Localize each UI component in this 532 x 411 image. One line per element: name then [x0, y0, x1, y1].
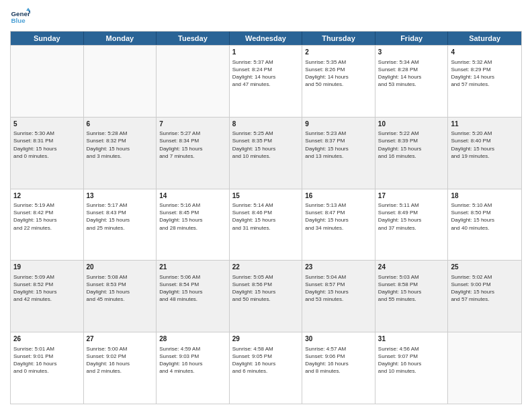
day-number: 11: [451, 120, 519, 129]
day-number: 22: [232, 263, 300, 272]
day-header-thursday: Thursday: [302, 32, 375, 45]
calendar-cell: 4Sunrise: 5:32 AM Sunset: 8:29 PM Daylig…: [448, 46, 521, 117]
header: General Blue: [10, 7, 522, 27]
calendar-cell: 1Sunrise: 5:37 AM Sunset: 8:24 PM Daylig…: [230, 46, 303, 117]
calendar-cell: 5Sunrise: 5:30 AM Sunset: 8:31 PM Daylig…: [11, 118, 84, 189]
day-header-tuesday: Tuesday: [157, 32, 230, 45]
calendar-cell: 28Sunrise: 4:59 AM Sunset: 9:03 PM Dayli…: [157, 332, 230, 404]
day-number: 14: [159, 191, 226, 201]
svg-text:General: General: [11, 10, 31, 17]
calendar-cell: 26Sunrise: 5:01 AM Sunset: 9:01 PM Dayli…: [11, 332, 84, 404]
day-content: Sunrise: 5:00 AM Sunset: 9:02 PM Dayligh…: [87, 345, 154, 375]
day-number: 27: [87, 334, 154, 344]
day-content: Sunrise: 5:01 AM Sunset: 9:01 PM Dayligh…: [13, 345, 81, 375]
day-content: Sunrise: 5:30 AM Sunset: 8:31 PM Dayligh…: [13, 130, 81, 160]
day-content: Sunrise: 5:13 AM Sunset: 8:47 PM Dayligh…: [305, 201, 372, 232]
day-header-monday: Monday: [84, 32, 157, 45]
calendar-cell: 22Sunrise: 5:05 AM Sunset: 8:56 PM Dayli…: [230, 261, 303, 332]
calendar-cell: 9Sunrise: 5:23 AM Sunset: 8:37 PM Daylig…: [302, 118, 375, 189]
calendar-cell: 11Sunrise: 5:20 AM Sunset: 8:40 PM Dayli…: [448, 118, 521, 189]
calendar-week-4: 19Sunrise: 5:09 AM Sunset: 8:52 PM Dayli…: [11, 260, 521, 332]
calendar-cell: 7Sunrise: 5:27 AM Sunset: 8:34 PM Daylig…: [157, 118, 230, 189]
day-number: 17: [378, 191, 445, 201]
calendar-header: SundayMondayTuesdayWednesdayThursdayFrid…: [11, 32, 521, 45]
calendar-cell: 15Sunrise: 5:14 AM Sunset: 8:46 PM Dayli…: [230, 189, 303, 261]
calendar-week-3: 12Sunrise: 5:19 AM Sunset: 8:42 PM Dayli…: [11, 189, 521, 261]
day-number: 6: [87, 120, 154, 129]
calendar-cell: 13Sunrise: 5:17 AM Sunset: 8:43 PM Dayli…: [84, 189, 157, 261]
day-header-friday: Friday: [375, 32, 449, 45]
day-content: Sunrise: 4:57 AM Sunset: 9:06 PM Dayligh…: [305, 345, 372, 375]
day-header-wednesday: Wednesday: [230, 32, 303, 45]
day-number: 3: [378, 48, 445, 57]
calendar-cell: [11, 46, 84, 117]
calendar-cell: 3Sunrise: 5:34 AM Sunset: 8:28 PM Daylig…: [375, 46, 449, 117]
day-content: Sunrise: 5:09 AM Sunset: 8:52 PM Dayligh…: [13, 273, 81, 304]
day-number: 28: [159, 334, 226, 344]
day-content: Sunrise: 5:27 AM Sunset: 8:34 PM Dayligh…: [159, 130, 226, 160]
calendar-cell: 18Sunrise: 5:10 AM Sunset: 8:50 PM Dayli…: [448, 189, 521, 261]
calendar-cell: 21Sunrise: 5:06 AM Sunset: 8:54 PM Dayli…: [157, 261, 230, 332]
calendar-cell: [448, 332, 521, 404]
calendar-cell: 27Sunrise: 5:00 AM Sunset: 9:02 PM Dayli…: [84, 332, 157, 404]
day-number: 23: [305, 263, 372, 272]
calendar-cell: 6Sunrise: 5:28 AM Sunset: 8:32 PM Daylig…: [84, 118, 157, 189]
day-content: Sunrise: 5:19 AM Sunset: 8:42 PM Dayligh…: [13, 201, 81, 232]
day-content: Sunrise: 5:03 AM Sunset: 8:58 PM Dayligh…: [378, 273, 445, 304]
day-number: 12: [13, 191, 81, 201]
day-content: Sunrise: 5:35 AM Sunset: 8:26 PM Dayligh…: [305, 58, 372, 89]
day-content: Sunrise: 4:58 AM Sunset: 9:05 PM Dayligh…: [232, 345, 300, 375]
calendar-cell: 24Sunrise: 5:03 AM Sunset: 8:58 PM Dayli…: [375, 261, 449, 332]
calendar-cell: [157, 46, 230, 117]
day-content: Sunrise: 5:05 AM Sunset: 8:56 PM Dayligh…: [232, 273, 300, 304]
calendar-week-5: 26Sunrise: 5:01 AM Sunset: 9:01 PM Dayli…: [11, 332, 521, 404]
calendar-cell: 29Sunrise: 4:58 AM Sunset: 9:05 PM Dayli…: [230, 332, 303, 404]
day-header-saturday: Saturday: [448, 32, 521, 45]
day-content: Sunrise: 5:25 AM Sunset: 8:35 PM Dayligh…: [232, 130, 300, 160]
calendar-cell: 2Sunrise: 5:35 AM Sunset: 8:26 PM Daylig…: [302, 46, 375, 117]
day-number: 7: [159, 120, 226, 129]
calendar-week-1: 1Sunrise: 5:37 AM Sunset: 8:24 PM Daylig…: [11, 45, 521, 117]
day-content: Sunrise: 5:17 AM Sunset: 8:43 PM Dayligh…: [87, 201, 154, 232]
day-content: Sunrise: 5:11 AM Sunset: 8:49 PM Dayligh…: [378, 201, 445, 232]
day-number: 2: [305, 48, 372, 57]
day-number: 21: [159, 263, 226, 272]
logo-icon: General Blue: [10, 7, 30, 27]
day-number: 20: [87, 263, 154, 272]
day-content: Sunrise: 5:06 AM Sunset: 8:54 PM Dayligh…: [159, 273, 226, 304]
day-content: Sunrise: 5:04 AM Sunset: 8:57 PM Dayligh…: [305, 273, 372, 304]
day-number: 29: [232, 334, 300, 344]
calendar-cell: 17Sunrise: 5:11 AM Sunset: 8:49 PM Dayli…: [375, 189, 449, 261]
day-number: 4: [451, 48, 519, 57]
day-number: 15: [232, 191, 300, 201]
day-content: Sunrise: 5:16 AM Sunset: 8:45 PM Dayligh…: [159, 201, 226, 232]
day-content: Sunrise: 5:28 AM Sunset: 8:32 PM Dayligh…: [87, 130, 154, 160]
calendar-cell: 16Sunrise: 5:13 AM Sunset: 8:47 PM Dayli…: [302, 189, 375, 261]
day-number: 24: [378, 263, 445, 272]
day-number: 26: [13, 334, 81, 344]
day-number: 19: [13, 263, 81, 272]
calendar-week-2: 5Sunrise: 5:30 AM Sunset: 8:31 PM Daylig…: [11, 117, 521, 189]
day-content: Sunrise: 5:02 AM Sunset: 9:00 PM Dayligh…: [451, 273, 519, 304]
day-number: 9: [305, 120, 372, 129]
day-number: 13: [87, 191, 154, 201]
svg-marker-2: [26, 8, 30, 11]
page: General Blue SundayMondayTuesdayWednesda…: [0, 0, 532, 411]
day-number: 18: [451, 191, 519, 201]
svg-text:Blue: Blue: [11, 17, 26, 24]
day-content: Sunrise: 5:14 AM Sunset: 8:46 PM Dayligh…: [232, 201, 300, 232]
day-content: Sunrise: 5:23 AM Sunset: 8:37 PM Dayligh…: [305, 130, 372, 160]
day-content: Sunrise: 5:10 AM Sunset: 8:50 PM Dayligh…: [451, 201, 519, 232]
day-number: 16: [305, 191, 372, 201]
day-number: 31: [378, 334, 445, 344]
calendar-cell: 25Sunrise: 5:02 AM Sunset: 9:00 PM Dayli…: [448, 261, 521, 332]
calendar-cell: 12Sunrise: 5:19 AM Sunset: 8:42 PM Dayli…: [11, 189, 84, 261]
calendar-body: 1Sunrise: 5:37 AM Sunset: 8:24 PM Daylig…: [11, 45, 521, 404]
day-content: Sunrise: 5:20 AM Sunset: 8:40 PM Dayligh…: [451, 130, 519, 160]
calendar-cell: [84, 46, 157, 117]
calendar-cell: 19Sunrise: 5:09 AM Sunset: 8:52 PM Dayli…: [11, 261, 84, 332]
day-number: 8: [232, 120, 300, 129]
day-number: 25: [451, 263, 519, 272]
day-content: Sunrise: 5:08 AM Sunset: 8:53 PM Dayligh…: [87, 273, 154, 304]
day-content: Sunrise: 4:56 AM Sunset: 9:07 PM Dayligh…: [378, 345, 445, 375]
